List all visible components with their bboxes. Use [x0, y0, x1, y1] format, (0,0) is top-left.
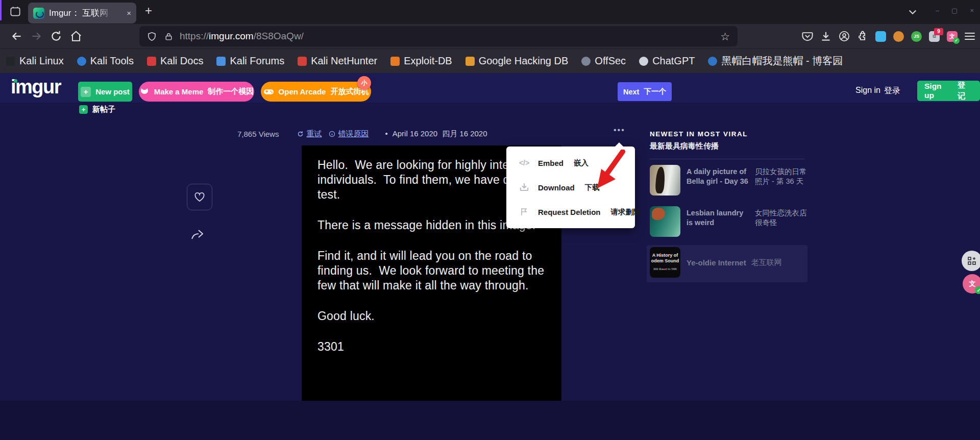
- ghdb-favicon-icon: [465, 57, 475, 66]
- sidebar-item-title: Ye-oldie Internet: [687, 258, 746, 267]
- url-text[interactable]: https://imgur.com/8S8OaQw/: [180, 31, 304, 42]
- imgur-logo[interactable]: imgur: [11, 76, 61, 98]
- embed-label: Embed: [538, 159, 564, 167]
- bookmark-kali-nethunter[interactable]: Kali NetHunter: [298, 55, 377, 67]
- next-post-button[interactable]: Next 下一个: [618, 82, 672, 101]
- make-a-meme-button[interactable]: Make a Meme 制作一个模因: [139, 82, 254, 102]
- new-post-zh-button[interactable]: + 新帖子: [79, 105, 115, 114]
- new-post-label: New post: [95, 87, 130, 96]
- kali-linux-favicon-icon: [6, 57, 15, 66]
- tab-list-chevron-icon[interactable]: [908, 7, 918, 17]
- bookmark-chatgpt[interactable]: ChatGPT: [639, 55, 695, 67]
- sidebar-item-laundry[interactable]: Lesbian laundry is weird 女同性恋洗衣店很奇怪: [650, 206, 807, 237]
- image-paragraph: Find it, and it will lead you on the roa…: [317, 249, 554, 293]
- exploit-db-favicon-icon: [390, 57, 400, 66]
- embed-zh-label: 嵌入: [574, 158, 589, 168]
- screenshot-grid-button[interactable]: [962, 251, 980, 271]
- bookmark-label: Kali Forums: [230, 55, 284, 67]
- kali-nethunter-favicon-icon: [298, 57, 307, 66]
- new-post-button[interactable]: + New post: [78, 82, 132, 102]
- account-icon[interactable]: [839, 31, 850, 42]
- retry-link[interactable]: 重试: [297, 129, 322, 139]
- open-arcade-label: Open Arcade: [279, 87, 326, 96]
- toolbar-extension-icons: JS ⧉ 9 文 ✓: [802, 24, 975, 48]
- menu-caret: [615, 142, 624, 147]
- extension-translate-icon[interactable]: 文 ✓: [947, 31, 958, 42]
- pocket-icon[interactable]: [802, 31, 813, 42]
- error-reason-link[interactable]: 错误原因: [329, 129, 369, 139]
- bookmark-kali-linux[interactable]: Kali Linux: [6, 55, 64, 67]
- new-post-zh-label: 新帖子: [92, 105, 115, 114]
- extension-wappalyzer-icon[interactable]: ⧉ 9: [929, 31, 940, 42]
- sidebar-title-zh: 最新最具病毒性传播: [650, 141, 719, 151]
- bookmark-star-icon[interactable]: ☆: [720, 31, 730, 42]
- chatgpt-favicon-icon: [639, 57, 648, 66]
- thumb-text: A History of: [652, 253, 678, 258]
- imgur-header: imgur + New post + 新帖子 Make a Meme 制作一个模…: [0, 73, 980, 103]
- translate-glyph: 文: [969, 279, 976, 288]
- favorite-button[interactable]: [187, 184, 212, 210]
- request-deletion-label: Request Deletion: [538, 208, 601, 216]
- browser-tab[interactable]: Imgur： 互联网 ×: [28, 3, 136, 23]
- url-bar[interactable]: https://imgur.com/8S8OaQw/ ☆: [139, 26, 738, 46]
- post-meta-row: 7,865 Views 重试 错误原因 • April 16 2020 四月 1…: [237, 129, 487, 139]
- sidebar-title: NEWEST IN MOST VIRAL: [650, 130, 748, 138]
- downloads-icon[interactable]: [820, 31, 831, 42]
- extension-orange-icon[interactable]: [893, 31, 904, 42]
- bookmark-label: Kali Linux: [19, 55, 64, 67]
- translate-float-button[interactable]: 文 ✓: [963, 274, 980, 294]
- bella-thumbnail[interactable]: [650, 165, 680, 195]
- new-tab-button[interactable]: +: [145, 4, 152, 18]
- window-minimize-button[interactable]: –: [936, 7, 939, 14]
- arcade-notification-badge: 小: [357, 76, 371, 90]
- bookmark-label: Kali NetHunter: [311, 55, 377, 67]
- bookmark-exploit-db[interactable]: Exploit-DB: [390, 55, 452, 67]
- bookmark-cnblogs[interactable]: 黑帽白帽我是熊帽 - 博客园: [708, 54, 843, 68]
- post-options-button[interactable]: •••: [614, 126, 625, 135]
- sidebar-item-title-zh: 贝拉女孩的日常照片 - 第 36 天: [755, 167, 807, 186]
- forward-button[interactable]: [30, 30, 43, 43]
- bookmark-google-hacking-db[interactable]: Google Hacking DB: [465, 55, 569, 67]
- home-button[interactable]: [69, 30, 83, 43]
- modem-thumbnail[interactable]: A History of odem Sound 300 Baud to 56K: [650, 247, 680, 278]
- bookmark-label: Kali Docs: [160, 55, 203, 67]
- sign-in-label: Sign in: [855, 86, 880, 96]
- extension-js-toggle-icon[interactable]: JS: [911, 31, 922, 42]
- extensions-puzzle-icon[interactable]: [857, 31, 868, 42]
- cnblogs-favicon-icon: [708, 57, 717, 66]
- sidebar-item-bella[interactable]: A daily picture of Bella girl - Day 36 贝…: [650, 165, 807, 195]
- menu-hamburger-icon[interactable]: [965, 33, 975, 40]
- bookmark-offsec[interactable]: OffSec: [581, 55, 626, 67]
- window-close-button[interactable]: ×: [970, 7, 974, 14]
- sign-in-link[interactable]: Sign in 登录: [855, 86, 900, 96]
- sign-up-label: Sign up: [924, 82, 953, 100]
- bookmark-kali-tools[interactable]: Kali Tools: [77, 55, 134, 67]
- bookmark-kali-forums[interactable]: Kali Forums: [216, 55, 284, 67]
- reload-button[interactable]: [50, 30, 63, 43]
- post-date-en: April 16 2020: [393, 129, 437, 139]
- sidebar-item-ye-oldie[interactable]: A History of odem Sound 300 Baud to 56K …: [650, 247, 807, 278]
- download-label: Download: [538, 183, 575, 192]
- retry-label: 重试: [306, 129, 322, 139]
- laundry-thumbnail[interactable]: [650, 206, 680, 237]
- bookmark-label: OffSec: [595, 55, 626, 67]
- bookmark-kali-docs[interactable]: Kali Docs: [147, 55, 203, 67]
- sidebar-divider: [650, 159, 804, 159]
- tracking-shield-icon[interactable]: [147, 32, 157, 41]
- share-button[interactable]: [191, 228, 206, 242]
- extension-badge: 9: [934, 28, 943, 35]
- tab-close-icon[interactable]: ×: [127, 9, 131, 17]
- page-lower-strip: [0, 401, 980, 440]
- menu-item-request-deletion[interactable]: Request Deletion 请求删除: [506, 200, 635, 224]
- extension-blue-icon[interactable]: [875, 31, 886, 42]
- sign-up-button[interactable]: Sign up 登记: [917, 81, 980, 101]
- window-maximize-button[interactable]: ▢: [951, 7, 958, 14]
- firefox-view-icon[interactable]: [9, 5, 22, 18]
- back-button[interactable]: [10, 30, 23, 43]
- thumb-text-small: 300 Baud to 56K: [653, 266, 677, 272]
- bookmark-label: Google Hacking DB: [479, 55, 569, 67]
- bookmarks-bar: Kali Linux Kali Tools Kali Docs Kali For…: [0, 48, 980, 73]
- https-lock-icon[interactable]: [164, 32, 173, 41]
- open-arcade-button[interactable]: Open Arcade 开放式街机: [261, 82, 371, 102]
- kali-docs-favicon-icon: [147, 57, 156, 66]
